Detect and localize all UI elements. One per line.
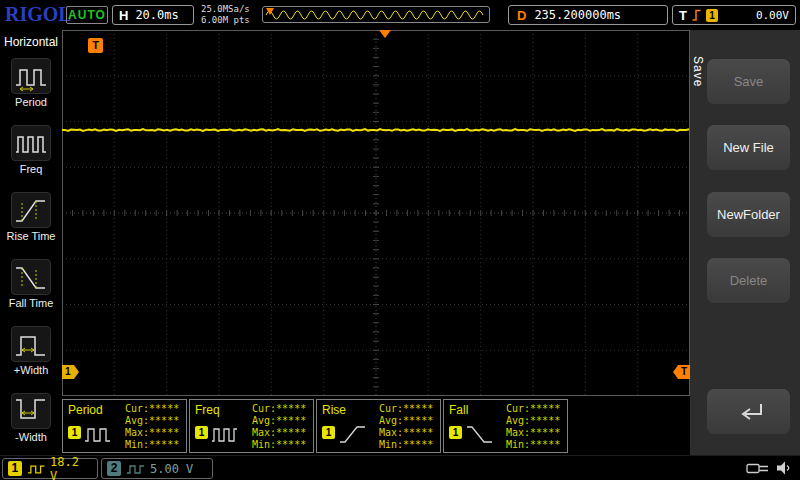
minus-width-icon (11, 393, 51, 429)
measurement-stats: Cur:***** Avg:***** Max:***** Min:***** (506, 403, 560, 451)
trigger-label: T (679, 8, 687, 23)
stat-cur: Cur:***** (252, 403, 306, 415)
rise-time-icon (11, 192, 51, 228)
channel2-status[interactable]: 2 5.00 V (101, 458, 213, 479)
measurement-name: Freq (195, 403, 220, 417)
menu-item-plus-width[interactable]: +Width (0, 317, 62, 384)
preview-waveform (264, 7, 488, 22)
sample-rate: 25.0MSa/s (201, 4, 250, 15)
fall-icon (465, 422, 495, 446)
delay-label: D (517, 8, 526, 23)
measurement-box-fall: Fall 1 Cur:***** Avg:***** Max:***** Min… (443, 399, 568, 453)
graticule (62, 30, 690, 396)
trigger-position-indicator: T (88, 38, 103, 53)
menu-item-label: -Width (15, 431, 47, 443)
measurement-stats: Cur:***** Avg:***** Max:***** Min:***** (125, 403, 179, 451)
rigol-logo: RIGOL (5, 3, 72, 26)
measurement-strip: Period 1 Cur:***** Avg:***** Max:***** M… (62, 399, 690, 454)
stat-min: Min:***** (125, 439, 179, 451)
measure-item-menu: Horizontal Period Freq (0, 30, 62, 455)
back-button[interactable] (707, 389, 790, 434)
menu-item-rise-time[interactable]: Rise Time (0, 183, 62, 250)
menu-tab-label: Save (691, 56, 705, 87)
status-bar: 1 18.2 V 2 5.00 V (0, 455, 800, 480)
freq-icon (11, 125, 51, 161)
channel1-scale: 18.2 V (50, 455, 92, 480)
menu-item-label: Rise Time (7, 230, 56, 242)
channel-badge: 1 (322, 426, 335, 439)
stat-max: Max:***** (379, 427, 433, 439)
measurement-stats: Cur:***** Avg:***** Max:***** Min:***** (379, 403, 433, 451)
measurement-name: Period (68, 403, 103, 417)
channel2-badge: 2 (107, 461, 121, 476)
timebase-value: 20.0ms (135, 8, 178, 22)
memory-depth: 6.00M pts (201, 15, 250, 26)
menu-item-period[interactable]: Period (0, 49, 62, 116)
oscilloscope-screen: RIGOL AUTO H 20.0ms 25.0MSa/s 6.00M pts … (0, 0, 800, 480)
stat-cur: Cur:***** (125, 403, 179, 415)
new-file-button[interactable]: New File (707, 125, 790, 170)
trigger-source-badge: 1 (706, 9, 718, 22)
usb-icon (746, 461, 770, 476)
rise-icon (338, 422, 368, 446)
save-menu-panel: Save Save New File NewFolder Delete (690, 30, 800, 455)
menu-item-fall-time[interactable]: Fall Time (0, 250, 62, 317)
menu-item-label: Fall Time (9, 297, 54, 309)
channel2-scale: 5.00 V (150, 462, 193, 476)
channel-badge: 1 (195, 426, 208, 439)
channel2-wave-icon (126, 463, 145, 475)
new-folder-button[interactable]: NewFolder (707, 192, 790, 237)
stat-cur: Cur:***** (506, 403, 560, 415)
measurement-box-period: Period 1 Cur:***** Avg:***** Max:***** M… (62, 399, 187, 453)
plus-width-icon (11, 326, 51, 362)
measurement-stats: Cur:***** Avg:***** Max:***** Min:***** (252, 403, 306, 451)
stat-avg: Avg:***** (252, 415, 306, 427)
display-area: T 1 T (62, 30, 690, 396)
channel1-status[interactable]: 1 18.2 V (2, 458, 98, 479)
top-bar: RIGOL AUTO H 20.0ms 25.0MSa/s 6.00M pts … (0, 0, 800, 30)
speaker-icon (775, 460, 793, 476)
waveform-preview-strip[interactable] (262, 6, 490, 23)
menu-item-label: Freq (20, 163, 43, 175)
delay-readout[interactable]: D 235.200000ms (508, 5, 668, 25)
menu-item-freq[interactable]: Freq (0, 116, 62, 183)
delete-button[interactable]: Delete (707, 258, 790, 303)
measurement-box-freq: Freq 1 Cur:***** Avg:***** Max:***** Min… (189, 399, 314, 453)
channel-badge: 1 (68, 426, 81, 439)
stat-avg: Avg:***** (125, 415, 179, 427)
period-icon (11, 58, 51, 94)
timebase-label: H (119, 8, 128, 23)
menu-item-label: Period (15, 96, 47, 108)
menu-item-label: +Width (14, 364, 49, 376)
stat-min: Min:***** (506, 439, 560, 451)
menu-item-minus-width[interactable]: -Width (0, 384, 62, 451)
save-button[interactable]: Save (707, 59, 790, 104)
stat-max: Max:***** (506, 427, 560, 439)
trigger-edge-icon (691, 8, 702, 22)
stat-max: Max:***** (125, 427, 179, 439)
trigger-readout[interactable]: T 1 0.00V (672, 5, 796, 25)
stat-avg: Avg:***** (379, 415, 433, 427)
measurement-box-rise: Rise 1 Cur:***** Avg:***** Max:***** Min… (316, 399, 441, 453)
stat-avg: Avg:***** (506, 415, 560, 427)
stat-cur: Cur:***** (379, 403, 433, 415)
timebase-readout[interactable]: H 20.0ms (112, 5, 194, 25)
acquisition-readout: 25.0MSa/s 6.00M pts (201, 4, 250, 26)
stat-min: Min:***** (252, 439, 306, 451)
measurement-name: Rise (322, 403, 346, 417)
stat-min: Min:***** (379, 439, 433, 451)
channel1-badge: 1 (8, 461, 22, 476)
run-mode-badge: AUTO (66, 6, 108, 24)
fall-time-icon (11, 259, 51, 295)
freq-icon (211, 422, 241, 446)
period-icon (84, 422, 114, 446)
measure-menu-title: Horizontal (4, 35, 58, 49)
channel-badge: 1 (449, 426, 462, 439)
delay-value: 235.200000ms (534, 8, 621, 22)
measurement-name: Fall (449, 403, 468, 417)
trigger-level-value: 0.00V (756, 9, 789, 22)
stat-max: Max:***** (252, 427, 306, 439)
return-arrow-icon (731, 400, 767, 424)
channel1-wave-icon (27, 463, 45, 475)
trigger-position-marker[interactable] (379, 30, 391, 38)
